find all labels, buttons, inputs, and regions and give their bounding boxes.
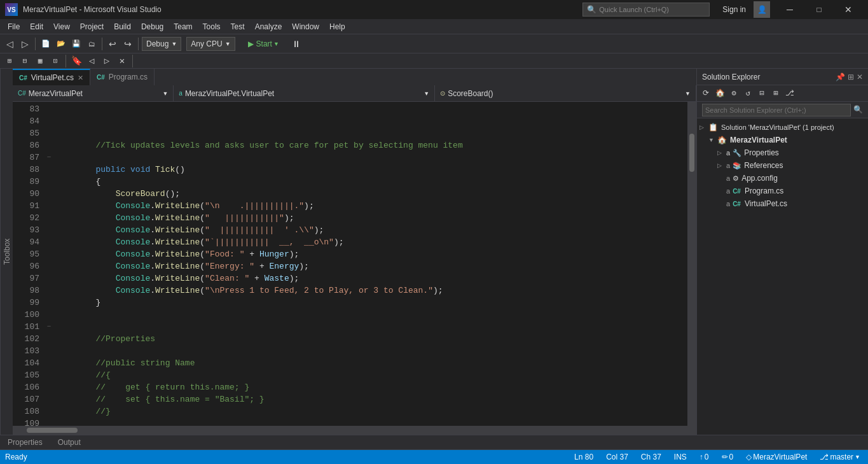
- horizontal-scrollbar[interactable]: [13, 426, 696, 435]
- toolbar-open-btn[interactable]: 📂: [54, 37, 68, 51]
- se-btn-filter[interactable]: ⊞: [769, 87, 782, 100]
- code-editor[interactable]: 8384858687888990919293949596979899100101…: [13, 102, 696, 426]
- status-ready: Ready: [5, 453, 27, 461]
- se-solution-item[interactable]: ▷ 📋 Solution 'MerazVirtualPet' (1 projec…: [697, 121, 868, 134]
- menu-window[interactable]: Window: [287, 19, 324, 34]
- collapse-101[interactable]: −: [47, 323, 52, 330]
- se-search-icon[interactable]: 🔍: [853, 105, 863, 115]
- se-virtualpetcs-item[interactable]: a C# VirtualPet.cs: [697, 197, 868, 210]
- se-virtualpetcs-icon2: C#: [733, 200, 741, 207]
- toolbar-back-btn[interactable]: ◁: [3, 37, 17, 51]
- se-solution-label: Solution 'MerazVirtualPet' (1 project): [721, 123, 834, 131]
- se-programcs-item[interactable]: a C# Program.cs: [697, 185, 868, 197]
- se-btn-refresh[interactable]: ↺: [741, 87, 754, 100]
- start-button[interactable]: ▶ Start ▼: [243, 37, 284, 51]
- tab-virtualpet-close[interactable]: ✕: [78, 74, 83, 82]
- debug-config-dropdown[interactable]: Debug ▼: [142, 37, 181, 51]
- menu-analyze[interactable]: Analyze: [250, 19, 287, 34]
- menu-view[interactable]: View: [48, 19, 75, 34]
- status-errors[interactable]: ↑ 0: [697, 453, 712, 461]
- person-icon: 👤: [754, 1, 770, 18]
- toolbar-new-btn[interactable]: 📄: [39, 37, 53, 51]
- code-nav-class[interactable]: a MerazVirtualPet.VirtualPet ▼: [174, 85, 435, 102]
- status-project-label: MerazVirtualPet: [753, 453, 807, 461]
- se-properties-item[interactable]: ▷ a 🔧 Properties: [697, 146, 868, 159]
- status-branch[interactable]: ⎇ master ▼: [817, 453, 863, 461]
- start-label: Start: [256, 39, 272, 48]
- toolbar-redo-btn[interactable]: ↪: [121, 37, 135, 51]
- hscroll-thumb[interactable]: [27, 428, 78, 433]
- tab-program[interactable]: C# Program.cs: [90, 69, 155, 85]
- se-references-item[interactable]: ▷ a 📚 References: [697, 159, 868, 172]
- menu-test[interactable]: Test: [226, 19, 250, 34]
- status-ln[interactable]: Ln 80: [572, 453, 596, 461]
- se-properties-icon2: 🔧: [733, 149, 741, 157]
- sign-in-button[interactable]: Sign in: [715, 5, 754, 14]
- toolbar-attach-btn[interactable]: ⏸: [289, 37, 303, 51]
- tab-bar: C# VirtualPet.cs ✕ C# Program.cs: [13, 69, 696, 85]
- se-pin2-btn[interactable]: ⊞: [848, 73, 854, 81]
- tab-properties[interactable]: Properties: [0, 435, 50, 450]
- status-ch[interactable]: Ch 37: [638, 453, 664, 461]
- se-btn-git[interactable]: ⎇: [783, 87, 796, 100]
- tab-virtualpet[interactable]: C# VirtualPet.cs ✕: [13, 69, 90, 85]
- menu-help[interactable]: Help: [324, 19, 350, 34]
- status-bar: Ready Ln 80 Col 37 Ch 37 INS ↑ 0 ✏ 0 ◇ M…: [0, 450, 868, 464]
- collapse-87[interactable]: −: [47, 153, 52, 161]
- menu-build[interactable]: Build: [109, 19, 136, 34]
- menu-tools[interactable]: Tools: [198, 19, 226, 34]
- quick-launch-box[interactable]: 🔍 Quick Launch (Ctrl+Q): [582, 3, 710, 17]
- hscroll-track[interactable]: [14, 428, 695, 433]
- menu-debug[interactable]: Debug: [136, 19, 169, 34]
- status-warnings-count: 0: [729, 453, 734, 461]
- platform-dropdown[interactable]: Any CPU ▼: [186, 37, 235, 51]
- status-ins-label: INS: [674, 453, 687, 461]
- maximize-button[interactable]: □: [804, 0, 834, 19]
- tb2-btn6[interactable]: ▷: [100, 54, 114, 68]
- se-btn-collapse[interactable]: ⊟: [755, 87, 768, 100]
- menu-edit[interactable]: Edit: [25, 19, 48, 34]
- tb2-bookmark-btn[interactable]: 🔖: [69, 54, 83, 68]
- se-btn-home[interactable]: 🏠: [713, 87, 726, 100]
- code-content[interactable]: //Tick updates levels and asks user to c…: [53, 102, 687, 426]
- tb2-btn3[interactable]: ▦: [33, 54, 47, 68]
- code-nav-ns-icon: C#: [18, 90, 26, 97]
- toolbar-saveall-btn[interactable]: 🗂: [85, 37, 99, 51]
- tab-output[interactable]: Output: [50, 435, 88, 450]
- code-nav-method[interactable]: ⊙ ScoreBoard() ▼: [435, 85, 696, 102]
- toolbox-panel[interactable]: Toolbox: [0, 69, 13, 435]
- tb2-btn2[interactable]: ⊟: [18, 54, 32, 68]
- minimize-button[interactable]: ─: [775, 0, 804, 19]
- tb2-btn1[interactable]: ⊞: [3, 54, 17, 68]
- se-btn-sync[interactable]: ⟳: [699, 87, 712, 100]
- status-col[interactable]: Col 37: [603, 453, 631, 461]
- toolbar-fwd-btn[interactable]: ▷: [18, 37, 32, 51]
- status-ins[interactable]: INS: [672, 453, 689, 461]
- tb2-btn7[interactable]: ✕: [115, 54, 129, 68]
- menu-project[interactable]: Project: [75, 19, 109, 34]
- se-pin-btn[interactable]: 📌: [836, 73, 845, 81]
- close-button[interactable]: ✕: [834, 0, 863, 19]
- se-project-item[interactable]: ▼ 🏠 MerazVirtualPet: [697, 134, 868, 146]
- se-btn-settings[interactable]: ⚙: [727, 87, 740, 100]
- se-appconfig-item[interactable]: a ⚙ App.config: [697, 172, 868, 185]
- menu-team[interactable]: Team: [169, 19, 197, 34]
- status-project-name[interactable]: ◇ MerazVirtualPet: [743, 453, 809, 461]
- scrollbar-thumb[interactable]: [689, 134, 694, 172]
- vertical-scrollbar[interactable]: [687, 102, 696, 426]
- toolbar-save-btn[interactable]: 💾: [69, 37, 83, 51]
- tb2-btn4[interactable]: ⊡: [48, 54, 62, 68]
- se-search-input[interactable]: [702, 104, 851, 116]
- code-nav-method-icon: ⊙: [440, 90, 445, 97]
- se-solution-arrow: ▷: [699, 124, 708, 130]
- menu-file[interactable]: File: [3, 19, 25, 34]
- status-errors-count: 0: [705, 453, 709, 461]
- vs-logo: VS: [5, 3, 18, 16]
- status-pencil-icon: ✏: [722, 453, 728, 461]
- se-close-btn[interactable]: ✕: [857, 73, 863, 81]
- tb2-btn5[interactable]: ◁: [85, 54, 99, 68]
- status-warnings[interactable]: ✏ 0: [719, 453, 736, 461]
- code-nav-namespace[interactable]: C# MerazVirtualPet ▼: [13, 85, 174, 102]
- toolbar-undo-btn[interactable]: ↩: [106, 37, 120, 51]
- code-nav-ns-arrow: ▼: [162, 90, 168, 97]
